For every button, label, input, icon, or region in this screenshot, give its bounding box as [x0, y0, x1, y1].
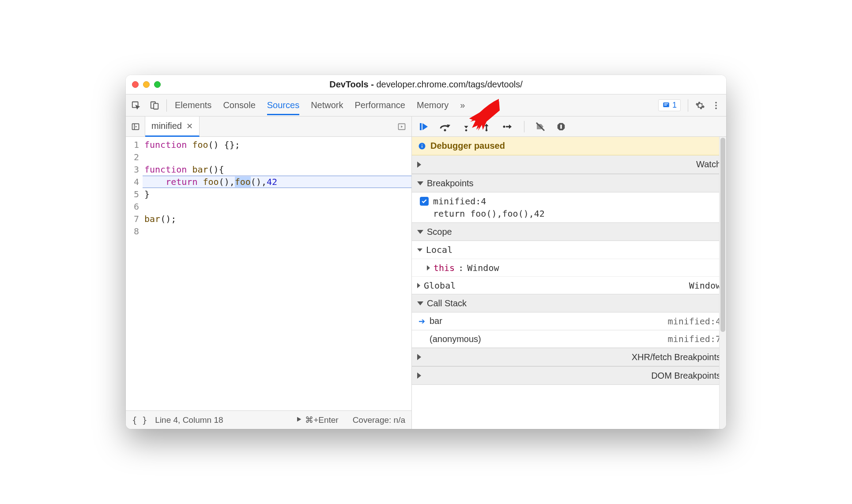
tab-sources[interactable]: Sources: [267, 97, 299, 115]
window-title: DevTools - developer.chrome.com/tags/dev…: [126, 79, 726, 90]
tab-elements[interactable]: Elements: [175, 97, 211, 114]
pretty-print-icon[interactable]: { }: [132, 415, 147, 425]
pane-watch[interactable]: Watch: [412, 155, 726, 174]
scrollbar[interactable]: [719, 137, 726, 429]
svg-point-5: [715, 105, 717, 106]
cursor-position: Line 4, Column 18: [155, 415, 223, 425]
chevron-right-icon: [417, 372, 648, 379]
debugger-panel: Debugger paused Watch Breakpoints: [412, 117, 726, 429]
step-icon[interactable]: [502, 121, 513, 132]
pane-scope[interactable]: Scope: [412, 222, 726, 241]
run-shortcut: ⌘+Enter: [305, 415, 339, 425]
chevron-right-icon: [417, 162, 693, 168]
file-tab-strip: minified ✕: [126, 117, 411, 137]
pane-call-stack[interactable]: Call Stack: [412, 294, 726, 312]
svg-rect-14: [560, 124, 562, 128]
debugger-toolbar: [412, 117, 726, 137]
play-icon[interactable]: [295, 415, 302, 425]
stack-frame[interactable]: ➔barminified:4: [412, 312, 726, 330]
close-icon[interactable]: ✕: [186, 121, 193, 131]
issues-badge[interactable]: 1: [658, 99, 681, 111]
svg-point-6: [715, 107, 717, 109]
tab-performance[interactable]: Performance: [355, 97, 406, 114]
step-over-icon[interactable]: [439, 121, 451, 132]
chevron-right-icon: [427, 265, 430, 271]
chevron-right-icon: [417, 354, 628, 360]
pane-xhr-breakpoints[interactable]: XHR/fetch Breakpoints: [412, 348, 726, 366]
chevron-right-icon: [417, 283, 420, 288]
breakpoint-checkbox[interactable]: [420, 197, 429, 206]
info-icon: [418, 142, 426, 150]
panel-tabs: Elements Console Sources Network Perform…: [175, 97, 465, 114]
pane-dom-breakpoints[interactable]: DOM Breakpoints: [412, 366, 726, 385]
issues-count: 1: [672, 101, 677, 110]
svg-rect-16: [422, 145, 422, 147]
breakpoint-item[interactable]: minified:4 return foo(),foo(),42: [412, 192, 726, 222]
svg-point-10: [444, 129, 446, 131]
svg-rect-17: [422, 144, 422, 145]
pause-exceptions-icon[interactable]: [556, 122, 566, 132]
chevron-down-icon: [417, 248, 422, 252]
scope-local[interactable]: Local: [412, 241, 726, 259]
editor-status-bar: { } Line 4, Column 18 ⌘+Enter Coverage: …: [126, 410, 411, 429]
scope-global[interactable]: Global Window: [412, 276, 726, 294]
file-tab-label: minified: [151, 121, 182, 131]
settings-icon[interactable]: [695, 101, 705, 110]
sources-panel: minified ✕ 12345678 function foo() {};fu…: [126, 117, 412, 429]
deactivate-breakpoints-icon[interactable]: [535, 121, 546, 132]
svg-rect-2: [154, 103, 158, 109]
file-tab-minified[interactable]: minified ✕: [145, 117, 200, 137]
line-number-gutter: 12345678: [126, 137, 143, 410]
svg-rect-9: [420, 123, 422, 130]
chevron-down-icon: [417, 301, 423, 305]
run-snippet-icon[interactable]: [392, 117, 411, 136]
annotation-arrow-icon: [461, 96, 501, 133]
coverage-status: Coverage: n/a: [353, 415, 405, 425]
scope-this[interactable]: this: Window: [412, 259, 726, 276]
code-area[interactable]: function foo() {};function bar(){ return…: [143, 137, 411, 410]
tab-console[interactable]: Console: [223, 97, 255, 114]
scrollbar-thumb[interactable]: [720, 138, 725, 332]
devtools-window: DevTools - developer.chrome.com/tags/dev…: [126, 75, 726, 429]
debugger-paused-banner: Debugger paused: [412, 137, 726, 155]
main-toolbar: Elements Console Sources Network Perform…: [126, 94, 726, 117]
pane-breakpoints[interactable]: Breakpoints: [412, 174, 726, 192]
tab-network[interactable]: Network: [311, 97, 343, 114]
chevron-down-icon: [417, 230, 423, 234]
navigator-toggle-icon[interactable]: [126, 117, 145, 136]
debugger-panes: Watch Breakpoints minified:4 ret: [412, 155, 726, 429]
resume-icon[interactable]: [418, 121, 429, 132]
breakpoint-label: minified:4: [433, 196, 486, 207]
tab-memory[interactable]: Memory: [417, 97, 449, 114]
svg-point-13: [503, 125, 505, 128]
breakpoint-code: return foo(),foo(),42: [420, 208, 720, 219]
svg-point-4: [715, 102, 717, 103]
device-toggle-icon[interactable]: [150, 101, 159, 110]
code-editor[interactable]: 12345678 function foo() {};function bar(…: [126, 137, 411, 410]
inspect-icon[interactable]: [131, 101, 141, 110]
chevron-down-icon: [417, 181, 423, 185]
kebab-menu-icon[interactable]: [711, 101, 721, 110]
stack-frame[interactable]: (anonymous)minified:7: [412, 330, 726, 348]
titlebar: DevTools - developer.chrome.com/tags/dev…: [126, 75, 726, 94]
